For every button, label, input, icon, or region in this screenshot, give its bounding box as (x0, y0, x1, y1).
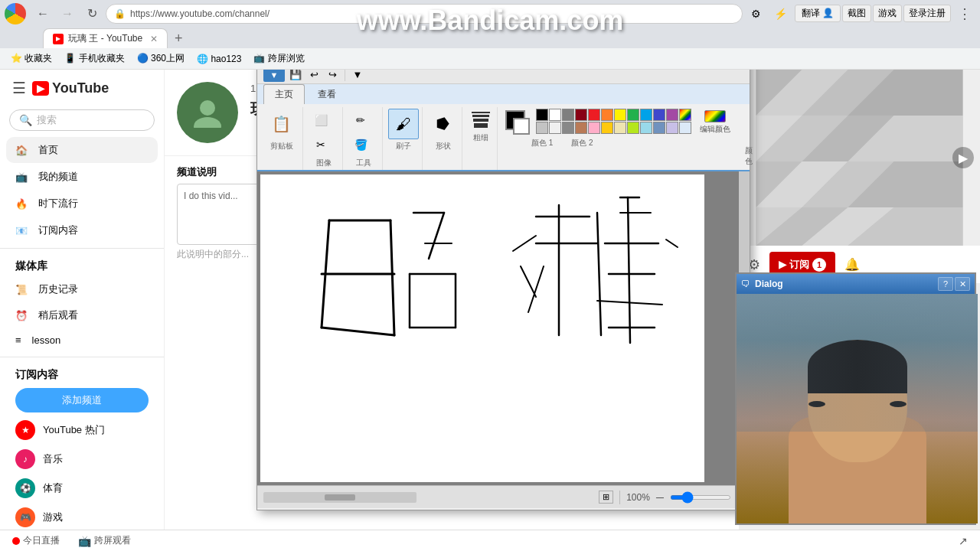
brush-btn[interactable]: 🖌 (388, 109, 419, 139)
live-stream-btn[interactable]: 今日直播 (12, 534, 60, 547)
color-blue[interactable] (653, 109, 665, 121)
color-cornflower[interactable] (653, 122, 665, 134)
sidebar-item-music[interactable]: ♪ 音乐 (6, 445, 158, 474)
forward-button[interactable]: → (57, 3, 78, 24)
dialog-help-btn[interactable]: ? (938, 277, 953, 291)
canvas-resize-btn[interactable]: ⊞ (599, 491, 613, 504)
bookmark-item-4[interactable]: 🌐 hao123 (192, 52, 246, 66)
toolbar-group-clipboard: 📋 剪贴板 (260, 107, 303, 170)
screenshot-btn[interactable]: 截图 (842, 5, 871, 22)
more-tools-btn[interactable]: ⋮ (954, 3, 975, 24)
bookmark-item-2[interactable]: 📱 手机收藏夹 (60, 51, 129, 67)
sidebar-search[interactable]: 🔍 搜索 (9, 109, 155, 131)
color-black[interactable] (536, 109, 548, 121)
color-lightyellow[interactable] (614, 122, 626, 134)
channel-art-bg: ▶ (739, 70, 980, 246)
color-light[interactable] (549, 122, 561, 134)
paste-btn[interactable]: 📋 (266, 109, 297, 139)
color-teal[interactable] (640, 109, 652, 121)
bookmark-star-btn[interactable]: ⚡ (770, 3, 792, 24)
color2-label: 颜色 2 (571, 138, 593, 148)
color-gray2[interactable] (562, 122, 574, 134)
bookmark-item-1[interactable]: ⭐ 收藏夹 (6, 51, 57, 67)
split-screen-btn[interactable]: 📺 跨屏观看 (78, 534, 131, 547)
color-yellow[interactable] (614, 109, 626, 121)
tab-close-icon[interactable]: ✕ (150, 34, 158, 44)
zoom-slider[interactable] (670, 495, 731, 500)
color-peach[interactable] (601, 122, 613, 134)
sidebar-item-watch-later[interactable]: ⏰ 稍后观看 (6, 302, 158, 328)
sidebar-item-trending[interactable]: 🔥 时下流行 (6, 191, 158, 217)
sidebar-item-youtube-hot[interactable]: ★ YouTube 热门 (6, 416, 158, 445)
color-rainbow[interactable] (679, 109, 691, 121)
sidebar-item-my-channel[interactable]: 📺 我的频道 (6, 164, 158, 190)
shapes-btn[interactable]: ⭓ (428, 109, 459, 139)
color-lightblue[interactable] (640, 122, 652, 134)
select-all-btn[interactable]: ⬜ (309, 109, 332, 132)
bell-notification-icon[interactable]: 🔔 (844, 257, 860, 272)
paint-menu-btn[interactable]: ▼ (263, 68, 285, 82)
youtube-logo[interactable]: ▶ YouTube (32, 80, 109, 96)
live-stream-label: 今日直播 (23, 534, 60, 547)
new-tab-button[interactable]: + (168, 28, 189, 48)
ribbon-tab-view[interactable]: 查看 (306, 84, 348, 104)
games-btn[interactable]: 游戏 (873, 5, 902, 22)
edit-colors-label: 编辑颜色 (700, 124, 730, 135)
crop-btn[interactable]: ✂ (309, 133, 332, 156)
color-white[interactable] (549, 109, 561, 121)
browser-tab[interactable]: ▶ 玩璃 王 - YouTube ✕ (43, 28, 168, 48)
color-tan[interactable] (679, 122, 691, 134)
translate-btn[interactable]: 翻译 👤 (795, 5, 841, 22)
color-lavender[interactable] (666, 122, 678, 134)
sidebar-item-history[interactable]: 📜 历史记录 (6, 276, 158, 302)
paint-save-btn[interactable]: 💾 (288, 68, 303, 82)
refresh-button[interactable]: ↻ (81, 3, 103, 24)
color-darkred[interactable] (575, 109, 587, 121)
bookmark-item-3[interactable]: 🔵 360上网 (132, 51, 189, 67)
sidebar-item-games[interactable]: 🎮 游戏 (6, 503, 158, 532)
paint-undo-btn[interactable]: ↩ (306, 68, 322, 82)
color-maroon[interactable] (575, 122, 587, 134)
color-orange[interactable] (601, 109, 613, 121)
ribbon-tab-home[interactable]: 主页 (263, 84, 305, 104)
color-purple[interactable] (666, 109, 678, 121)
sidebar-item-lesson[interactable]: ≡ lesson (6, 328, 158, 352)
color2-swatch[interactable] (513, 118, 530, 135)
color-green[interactable] (627, 109, 639, 121)
back-button[interactable]: ← (32, 3, 54, 24)
toolbar-group-tools: ✏ 🪣 工具 (345, 107, 383, 170)
color-red[interactable] (588, 109, 600, 121)
add-channel-button[interactable]: 添加频道 (15, 388, 149, 412)
paint-hscrollbar[interactable] (263, 492, 416, 503)
login-btn[interactable]: 登录注册 (903, 5, 951, 22)
sidebar-item-sports[interactable]: ⚽ 体育 (6, 474, 158, 503)
dialog-close-btn[interactable]: ✕ (955, 277, 970, 291)
channel-avatar (177, 82, 238, 143)
tab-title: 玩璃 王 - YouTube (68, 32, 142, 45)
paint-redo-btn[interactable]: ↪ (325, 68, 340, 82)
edit-colors-btn[interactable]: 编辑颜色 (696, 109, 734, 136)
zoom-out-btn[interactable]: ─ (656, 491, 664, 504)
tab-favicon: ▶ (53, 34, 64, 44)
color-silver[interactable] (536, 122, 548, 134)
address-bar[interactable]: 🔒 https://www.youtube.com/channel/ (106, 4, 743, 24)
avatar-person-icon (192, 97, 223, 128)
bookmark-item-5[interactable]: 📺 跨屏浏览 (249, 51, 309, 67)
pencil-btn[interactable]: ✏ (349, 109, 372, 132)
extensions-btn[interactable]: ⚙ (746, 3, 767, 24)
fill-btn[interactable]: 🪣 (349, 133, 372, 156)
color-gray1[interactable] (562, 109, 574, 121)
paint-canvas[interactable] (260, 174, 704, 482)
share-icon[interactable]: ↗ (959, 535, 968, 547)
color-lightgreen[interactable] (627, 122, 639, 134)
sidebar-item-subscriptions[interactable]: 📧 订阅内容 (6, 217, 158, 243)
paint-window: 🖼 无标题 - 图片 ─ □ ✕ ▼ 💾 ↩ ↪ ▼ 主页 查看 📋 剪贴板 ⬜ (256, 42, 750, 510)
canvas-scroll-area[interactable] (257, 171, 750, 485)
channel-icon: 📺 (15, 171, 28, 183)
color-pink[interactable] (588, 122, 600, 134)
hamburger-menu-icon[interactable]: ☰ (12, 79, 26, 97)
next-art-icon[interactable]: ▶ (952, 147, 974, 168)
toolbar-group-colors: 编辑颜色 颜色 1 颜色 2 (499, 107, 739, 170)
paint-other-btn[interactable]: ▼ (350, 68, 365, 82)
sidebar-item-home[interactable]: 🏠 首页 (6, 137, 158, 163)
